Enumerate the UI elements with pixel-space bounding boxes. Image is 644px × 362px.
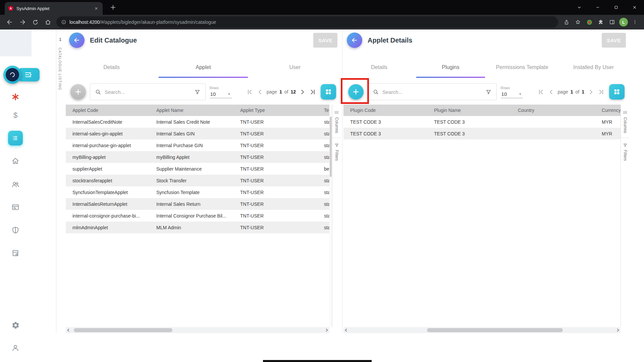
filters-toggle[interactable]: Filters	[334, 141, 339, 162]
sidebar-item-catalogue-active[interactable]	[8, 131, 23, 145]
sidebar-item-cards[interactable]	[7, 199, 23, 215]
grid-view-button[interactable]	[609, 84, 625, 100]
extension-badge-icon[interactable]	[584, 16, 595, 28]
horizontal-scrollbar[interactable]	[343, 327, 621, 333]
column-header[interactable]: Applet Type	[233, 105, 317, 116]
divider	[621, 138, 629, 138]
next-page-button[interactable]	[298, 88, 306, 96]
tab-search-icon[interactable]	[570, 0, 588, 15]
site-info-icon[interactable]	[61, 19, 66, 25]
column-header[interactable]: Plugin Name	[427, 105, 511, 116]
table-row[interactable]: InternalSalesCreditNoteInternal Sales Cr…	[66, 116, 329, 128]
vertical-scrollbar[interactable]	[329, 105, 332, 327]
sidebar-item-red-applet[interactable]	[7, 89, 23, 105]
scrollbar-thumb[interactable]	[427, 328, 563, 332]
table-row[interactable]: mlmAdminAppletMLM AdminTNT-USERsta	[66, 222, 329, 233]
tab-user[interactable]: User	[249, 57, 341, 78]
sidebar-item-finance[interactable]: $	[7, 107, 23, 123]
last-page-button[interactable]	[597, 88, 605, 96]
tab-installed-by-user[interactable]: Installed By User	[558, 57, 629, 78]
window-close-button[interactable]	[625, 0, 644, 15]
column-header[interactable]: Plugin Code	[343, 105, 427, 116]
search-input[interactable]	[105, 89, 191, 95]
sidebar-item-settings[interactable]	[7, 317, 23, 333]
scroll-right-icon[interactable]	[615, 328, 621, 332]
extensions-puzzle-icon[interactable]	[595, 16, 606, 28]
tab-applet[interactable]: Applet	[157, 57, 249, 78]
sidebar-item-security[interactable]	[7, 222, 23, 238]
browser-tab[interactable]: SysAdmin Applet ✕	[5, 2, 103, 15]
reload-icon[interactable]	[29, 16, 42, 28]
previous-page-button[interactable]	[547, 88, 555, 96]
search-input[interactable]	[382, 89, 482, 95]
browser-menu-icon[interactable]	[629, 16, 641, 28]
column-header[interactable]: Country	[511, 105, 595, 116]
tab-details[interactable]: Details	[343, 57, 415, 78]
filter-icon[interactable]	[194, 89, 201, 95]
new-tab-button[interactable]	[108, 2, 118, 12]
scrollbar-thumb[interactable]	[330, 117, 332, 177]
profile-avatar[interactable]: L	[618, 16, 629, 28]
back-button[interactable]	[347, 33, 362, 48]
table-cell: Supplier Maintenance	[150, 163, 233, 175]
tab-plugins[interactable]: Plugins	[415, 57, 486, 78]
columns-toggle[interactable]: Columns	[623, 109, 628, 134]
bookmark-star-icon[interactable]	[572, 16, 584, 28]
sidebar-item-home[interactable]	[7, 153, 23, 169]
app-logo-icon[interactable]	[3, 66, 21, 84]
table-row[interactable]: TEST CODE 3TEST CODE 3MYR	[343, 128, 621, 139]
side-panel-icon[interactable]	[606, 16, 618, 28]
back-icon[interactable]	[3, 16, 16, 28]
url-bar[interactable]: localhost:4200/#/applets/bigledger/akaun…	[56, 16, 558, 28]
forward-icon[interactable]	[16, 16, 29, 28]
grid-view-button[interactable]	[321, 84, 336, 100]
table-cell: internal-consignor-purchase-bi...	[66, 210, 150, 222]
column-header[interactable]: Te	[317, 105, 329, 116]
first-page-button[interactable]	[246, 88, 254, 96]
table-toolbar: Rows 10 page 1 of 12	[66, 80, 341, 103]
column-header[interactable]: Applet Code	[66, 105, 150, 116]
save-button[interactable]: SAVE	[602, 33, 626, 48]
columns-toggle[interactable]: Columns	[334, 109, 339, 134]
previous-page-button[interactable]	[256, 88, 264, 96]
scroll-left-icon[interactable]	[66, 328, 71, 332]
table-row[interactable]: supplierAppletSupplier MaintenanceTNT-US…	[66, 163, 329, 175]
scroll-right-icon[interactable]	[324, 328, 329, 332]
share-icon[interactable]	[561, 16, 572, 28]
filter-icon[interactable]	[485, 89, 492, 95]
save-button[interactable]: SAVE	[313, 33, 337, 48]
tab-details[interactable]: Details	[66, 57, 157, 78]
scrollbar-thumb[interactable]	[74, 328, 172, 332]
app-launcher[interactable]	[3, 66, 40, 84]
table-row[interactable]: InternalSalesReturnAppletInternal Sales …	[66, 198, 329, 210]
column-header[interactable]: Currency	[595, 105, 621, 116]
last-page-button[interactable]	[309, 88, 317, 96]
window-minimize-button[interactable]	[588, 0, 607, 15]
column-header[interactable]: Applet Name	[150, 105, 233, 116]
rows-select[interactable]: 10	[501, 91, 523, 98]
first-page-button[interactable]	[537, 88, 545, 96]
table-row[interactable]: internal-consignor-purchase-bi...Interna…	[66, 210, 329, 222]
home-icon[interactable]	[42, 16, 54, 28]
next-page-button[interactable]	[587, 88, 595, 96]
filters-toggle[interactable]: Filters	[623, 141, 628, 162]
add-button[interactable]	[70, 84, 86, 100]
url-path: /#/applets/bigledger/akaun-platform/sysa…	[100, 19, 216, 25]
table-row[interactable]: stocktransferappletStock TransferTNT-USE…	[66, 175, 329, 186]
back-button[interactable]	[69, 33, 85, 48]
sidebar-item-store[interactable]	[7, 245, 23, 261]
columns-label: Columns	[623, 117, 628, 133]
rows-select[interactable]: 10	[210, 91, 232, 98]
window-maximize-button[interactable]	[607, 0, 625, 15]
sidebar-item-profile[interactable]	[7, 340, 23, 356]
table-row[interactable]: TEST CODE 3TEST CODE 3MYR	[343, 116, 621, 128]
table-row[interactable]: myBilling-appletmyBilling AppletTNT-USER…	[66, 151, 329, 163]
tab-close-icon[interactable]: ✕	[93, 5, 99, 11]
tab-permissions-template[interactable]: Permissions Template	[486, 57, 558, 78]
sidebar-item-users[interactable]	[7, 176, 23, 192]
table-row[interactable]: internal-purchase-gin-appletInternal Pur…	[66, 139, 329, 151]
horizontal-scrollbar[interactable]	[66, 327, 329, 333]
table-row[interactable]: internal-sales-gin-appletInternal Sales …	[66, 128, 329, 139]
table-row[interactable]: SyncfusionTemplateAppletSyncfusion Templ…	[66, 186, 329, 198]
scroll-left-icon[interactable]	[343, 328, 349, 332]
